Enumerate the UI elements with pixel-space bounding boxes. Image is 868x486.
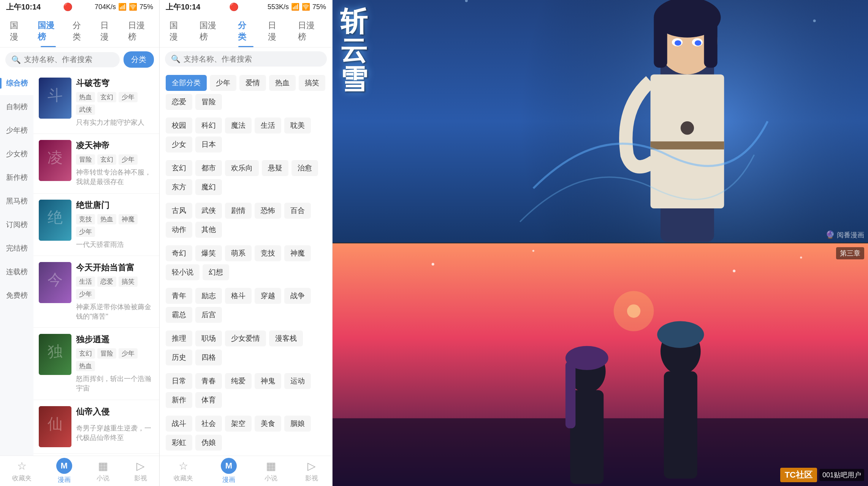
tab-rimanbang-left[interactable]: 日漫榜 [121, 14, 156, 47]
cat-huanle[interactable]: 欢乐向 [225, 160, 259, 176]
bottom-nav-video-left[interactable]: ▷ 影视 [134, 460, 147, 483]
bottom-nav-favorites-mid[interactable]: ☆ 收藏夹 [174, 460, 193, 483]
cat-aiqing[interactable]: 爱情 [239, 75, 266, 91]
sidebar-item-2[interactable]: 少年榜 [0, 119, 33, 142]
cat-qingxiaoshuo[interactable]: 轻小说 [166, 264, 200, 280]
tab-riman-left[interactable]: 日漫 [93, 14, 121, 47]
cat-sige[interactable]: 四格 [195, 349, 222, 365]
cat-richang[interactable]: 日常 [166, 373, 192, 389]
cat-mofa[interactable]: 魔法 [225, 118, 252, 133]
cat-xuanhuan[interactable]: 玄幻 [166, 160, 192, 176]
sidebar-item-9[interactable]: 免费榜 [0, 284, 33, 307]
cat-mengxi[interactable]: 萌系 [225, 245, 252, 261]
cat-hougong[interactable]: 后宫 [195, 307, 222, 323]
cat-zhandou[interactable]: 战斗 [166, 416, 192, 432]
cat-tiyu[interactable]: 体育 [195, 392, 222, 408]
cat-yundong[interactable]: 运动 [284, 373, 311, 389]
tab-fenlei-mid[interactable]: 分类 [231, 14, 261, 47]
cat-shaonian[interactable]: 少年 [210, 75, 236, 91]
sidebar-item-5[interactable]: 黑马榜 [0, 189, 33, 213]
cat-qingnian[interactable]: 青年 [166, 288, 192, 304]
sidebar-item-4[interactable]: 新作榜 [0, 166, 33, 189]
cat-lizhi[interactable]: 励志 [195, 288, 222, 304]
cat-tuili[interactable]: 推理 [166, 330, 192, 346]
bottom-anime-image[interactable]: 第三章 TC社区 001贴吧用户 [333, 243, 868, 486]
cat-zhanzheng[interactable]: 战争 [284, 288, 311, 304]
manga-item-3[interactable]: 今 今天开始当首富 生活 恋爱 搞笑 少年 神豪系逆带你体验被薅金钱的"痛苦" [33, 256, 159, 328]
search-input-mid[interactable] [184, 55, 321, 64]
manga-item-1[interactable]: 凌 凌天神帝 冒险 玄幻 少年 神帝转世专治各神不服，我就是最强存在 [33, 134, 159, 193]
cat-jiakong[interactable]: 架空 [225, 416, 252, 432]
cat-maoxian[interactable]: 冒险 [195, 94, 222, 110]
cat-chunai[interactable]: 纯爱 [225, 373, 252, 389]
tab-fenlei-left[interactable]: 分类 [66, 14, 93, 47]
cat-mankezhan[interactable]: 漫客栈 [269, 330, 303, 346]
bottom-nav-novel-left[interactable]: ▦ 小说 [97, 460, 109, 483]
sidebar-item-7[interactable]: 完结榜 [0, 237, 33, 260]
cat-rexue[interactable]: 热血 [269, 75, 296, 91]
cat-qita[interactable]: 其他 [195, 222, 222, 238]
cat-xinzuo[interactable]: 新作 [166, 392, 192, 408]
manga-item-4[interactable]: 独 独步逍遥 玄幻 冒险 少年 热血 怒而挥剑，斩出一个浩瀚宇宙 [33, 328, 159, 400]
bottom-nav-video-mid[interactable]: ▷ 影视 [305, 460, 318, 483]
cat-lianai[interactable]: 恋爱 [166, 94, 192, 110]
cat-wuxia[interactable]: 武侠 [195, 203, 222, 219]
cat-bazong[interactable]: 霸总 [166, 307, 192, 323]
cat-zhichang[interactable]: 职场 [195, 330, 222, 346]
manga-item-0[interactable]: 斗 斗破苍穹 热血 玄幻 少年 武侠 只有实力才能守护家人 [33, 71, 159, 134]
cat-qihuan[interactable]: 奇幻 [166, 245, 192, 261]
search-input-left[interactable] [24, 55, 114, 64]
tab-guomanbang-left[interactable]: 国漫榜 [31, 14, 66, 47]
cat-jingji[interactable]: 竞技 [255, 245, 281, 261]
tab-guoman-left[interactable]: 国漫 [3, 14, 31, 47]
cat-lishi[interactable]: 历史 [166, 349, 192, 365]
cat-kongbu[interactable]: 恐怖 [255, 203, 281, 219]
sidebar-item-1[interactable]: 自制榜 [0, 95, 33, 119]
cat-baoxiao[interactable]: 爆笑 [195, 245, 222, 261]
sidebar-item-0[interactable]: 综合榜 [0, 71, 33, 95]
manga-item-5[interactable]: 仙 仙帝入侵 奇男子穿越重生逆袭，一代极品仙帝终至 [33, 400, 159, 454]
search-input-wrap-mid[interactable]: 🔍 [165, 51, 327, 67]
search-input-wrap-left[interactable]: 🔍 [5, 52, 120, 67]
cat-dushi[interactable]: 都市 [195, 160, 222, 176]
cat-xiaoyuan[interactable]: 校园 [166, 118, 192, 133]
cat-danmei[interactable]: 耽美 [284, 118, 311, 133]
cat-shehui[interactable]: 社会 [195, 416, 222, 432]
cat-gufeng[interactable]: 古风 [166, 203, 192, 219]
cat-shaonvaiqing[interactable]: 少女爱情 [225, 330, 266, 346]
cat-qingchun[interactable]: 青春 [195, 373, 222, 389]
cat-shaonv[interactable]: 少女 [166, 137, 192, 152]
cat-kehuan[interactable]: 科幻 [195, 118, 222, 133]
cat-riben[interactable]: 日本 [195, 137, 222, 152]
cat-dongfang[interactable]: 东方 [166, 179, 192, 195]
manga-item-2[interactable]: 绝 绝世唐门 竞技 热血 神魔 少年 一代天骄霍雨浩 [33, 194, 159, 256]
tab-rimanbang-mid[interactable]: 日漫榜 [291, 14, 329, 47]
bottom-nav-manga-left[interactable]: M 漫画 [56, 458, 72, 484]
cat-all[interactable]: 全部分类 [166, 75, 207, 91]
cat-chuanyue[interactable]: 穿越 [255, 288, 281, 304]
cat-meishi[interactable]: 美食 [255, 416, 281, 432]
cat-xuanyi[interactable]: 悬疑 [262, 160, 288, 176]
cat-yanniang[interactable]: 胭娘 [284, 416, 311, 432]
cat-shenmao[interactable]: 神魔 [284, 245, 311, 261]
cat-zhiyu[interactable]: 治愈 [291, 160, 318, 176]
classify-button-left[interactable]: 分类 [124, 51, 154, 68]
tab-guoman-mid[interactable]: 国漫 [163, 14, 193, 47]
sidebar-item-8[interactable]: 连载榜 [0, 260, 33, 284]
sidebar-item-3[interactable]: 少女榜 [0, 142, 33, 166]
cat-gedou[interactable]: 格斗 [225, 288, 252, 304]
cat-mohuan[interactable]: 魔幻 [195, 179, 222, 195]
tab-guomanbang-mid[interactable]: 国漫榜 [193, 14, 231, 47]
top-anime-image[interactable]: 斩 云 雪 🔮 阅番漫画 [333, 0, 868, 243]
cat-weiniang[interactable]: 伪娘 [195, 435, 222, 451]
sidebar-item-6[interactable]: 订阅榜 [0, 213, 33, 237]
bottom-nav-novel-mid[interactable]: ▦ 小说 [265, 460, 277, 483]
bottom-nav-manga-mid[interactable]: M 漫画 [221, 458, 237, 484]
cat-baihe[interactable]: 百合 [284, 203, 311, 219]
bottom-nav-favorites-left[interactable]: ☆ 收藏夹 [12, 460, 32, 483]
cat-huanxiang[interactable]: 幻想 [203, 264, 229, 280]
cat-dongzuo[interactable]: 动作 [166, 222, 192, 238]
cat-shengui[interactable]: 神鬼 [255, 373, 281, 389]
cat-shenghuo[interactable]: 生活 [255, 118, 281, 133]
cat-juqing[interactable]: 剧情 [225, 203, 252, 219]
